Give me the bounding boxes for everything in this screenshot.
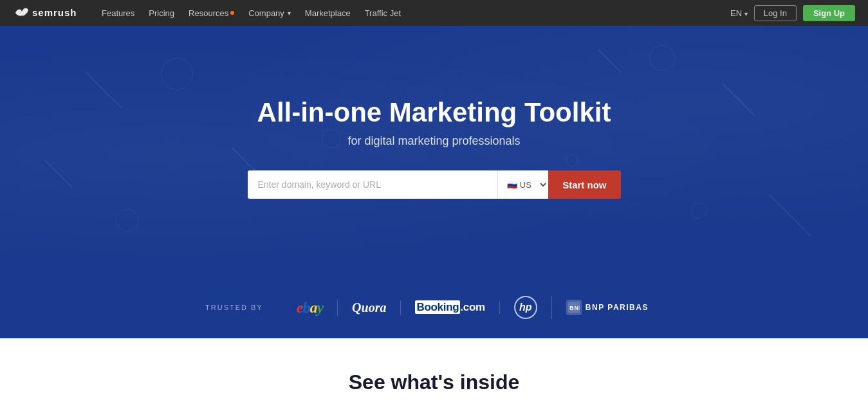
- trusted-bnp: BNP BNP PARIBAS: [552, 300, 663, 315]
- navbar-left: semrush Features Pricing Resources Compa…: [13, 5, 401, 21]
- booking-logo: Booking.com: [415, 301, 485, 314]
- deco-3: [723, 84, 755, 116]
- bnp-icon-svg: BNP: [568, 302, 580, 313]
- features-section: See what's inside SEO: [0, 338, 868, 420]
- deco-5: [598, 50, 622, 73]
- search-bar: 🇷🇺 US 🇺🇸 US 🇬🇧 UK 🇩🇪 DE Start now: [248, 170, 621, 199]
- nav-features[interactable]: Features: [102, 8, 134, 18]
- trusted-logos: ebay Quora Booking.com hp BNP BNP PARIB: [282, 296, 663, 319]
- svg-text:semrush: semrush: [32, 7, 77, 18]
- nav-marketplace[interactable]: Marketplace: [305, 8, 351, 18]
- hp-logo: hp: [514, 296, 537, 319]
- hero-section: All-in-one Marketing Toolkit for digital…: [0, 26, 868, 283]
- quora-logo: Quora: [352, 300, 386, 315]
- deco-c2: [322, 129, 341, 148]
- login-button[interactable]: Log In: [754, 5, 797, 21]
- nav-resources[interactable]: Resources: [189, 8, 234, 18]
- resources-dot: [230, 11, 234, 15]
- hero-title: All-in-one Marketing Toolkit: [257, 97, 611, 128]
- features-title: See what's inside: [349, 370, 519, 394]
- deco-c3: [649, 45, 675, 71]
- hero-subtitle: for digital marketing professionals: [347, 134, 520, 148]
- logo-text: semrush: [13, 5, 84, 21]
- trusted-section: TRUSTED BY ebay Quora Booking.com hp BNP: [0, 283, 868, 338]
- search-input[interactable]: [248, 170, 498, 199]
- ebay-logo: ebay: [297, 299, 323, 316]
- deco-c1: [161, 58, 193, 90]
- hero-decorations: [0, 26, 868, 283]
- trusted-booking: Booking.com: [401, 301, 499, 314]
- logo[interactable]: semrush: [13, 5, 84, 21]
- nav-company[interactable]: Company ▾: [248, 8, 291, 18]
- trusted-hp: hp: [500, 296, 552, 319]
- signup-button[interactable]: Sign Up: [803, 5, 855, 21]
- deco-4: [769, 194, 811, 236]
- nav-links: Features Pricing Resources Company ▾ Mar…: [102, 8, 401, 18]
- deco-c6: [691, 203, 707, 219]
- navbar: semrush Features Pricing Resources Compa…: [0, 0, 868, 26]
- trusted-quora: Quora: [338, 300, 401, 315]
- deco-2: [44, 160, 73, 188]
- deco-c5: [116, 209, 138, 232]
- country-select[interactable]: 🇷🇺 US 🇺🇸 US 🇬🇧 UK 🇩🇪 DE: [497, 170, 548, 199]
- start-button[interactable]: Start now: [548, 170, 620, 199]
- trusted-label: TRUSTED BY: [205, 304, 263, 311]
- bnp-logo: BNP BNP PARIBAS: [566, 300, 649, 315]
- trusted-ebay: ebay: [282, 299, 338, 316]
- navbar-right: EN ▾ Log In Sign Up: [730, 5, 855, 21]
- deco-1: [85, 71, 122, 109]
- nav-pricing[interactable]: Pricing: [149, 8, 174, 18]
- nav-trafficjet[interactable]: Traffic Jet: [365, 8, 401, 18]
- bnp-icon: BNP: [566, 300, 582, 315]
- svg-text:BNP: BNP: [569, 305, 580, 311]
- lang-selector[interactable]: EN ▾: [730, 8, 748, 18]
- deco-c4: [566, 154, 578, 167]
- semrush-logo-svg: semrush: [13, 5, 84, 21]
